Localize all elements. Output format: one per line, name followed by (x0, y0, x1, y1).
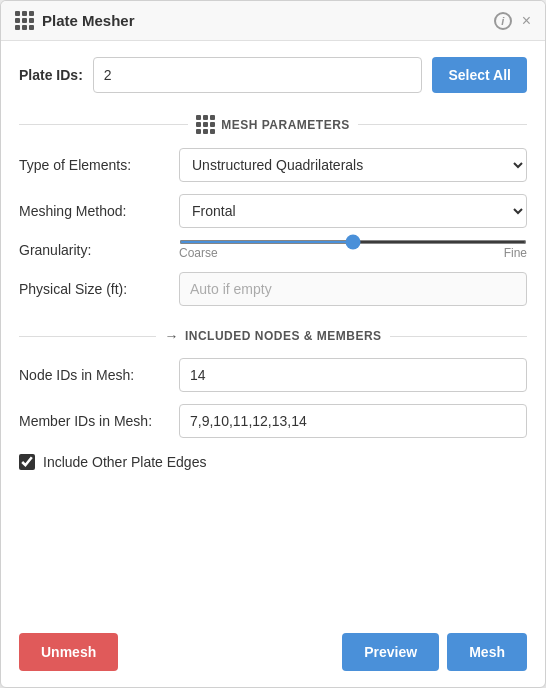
panel-header: Plate Mesher i × (1, 1, 545, 41)
coarse-label: Coarse (179, 246, 218, 260)
header-actions: i × (494, 12, 531, 30)
granularity-row: Granularity: Coarse Fine (19, 240, 527, 260)
action-row: Unmesh Preview Mesh (1, 623, 545, 687)
granularity-slider[interactable] (179, 240, 527, 244)
type-of-elements-control: Unstructured Quadrilaterals Unstructured… (179, 148, 527, 182)
type-of-elements-select[interactable]: Unstructured Quadrilaterals Unstructured… (179, 148, 527, 182)
plate-mesher-panel: Plate Mesher i × Plate IDs: Select All (0, 0, 546, 688)
divider-line-right (358, 124, 527, 125)
physical-size-label: Physical Size (ft): (19, 281, 179, 297)
title-text: Plate Mesher (42, 12, 135, 29)
node-ids-label: Node IDs in Mesh: (19, 367, 179, 383)
member-ids-row: Member IDs in Mesh: (19, 404, 527, 438)
physical-size-control (179, 272, 527, 306)
meshing-method-label: Meshing Method: (19, 203, 179, 219)
node-ids-row: Node IDs in Mesh: (19, 358, 527, 392)
divider-line-left2 (19, 336, 156, 337)
panel-body: Plate IDs: Select All MESH PARAMETERS Ty… (1, 41, 545, 623)
panel-title: Plate Mesher (15, 11, 135, 30)
meshing-method-control: Frontal Delaunay Paving (179, 194, 527, 228)
mesh-parameters-title: MESH PARAMETERS (196, 115, 350, 134)
mesh-grid-icon (196, 115, 215, 134)
included-nodes-divider: → INCLUDED NODES & MEMBERS (19, 328, 527, 344)
plate-ids-row: Plate IDs: Select All (19, 57, 527, 93)
mesh-button[interactable]: Mesh (447, 633, 527, 671)
btn-group: Preview Mesh (342, 633, 527, 671)
info-icon[interactable]: i (494, 12, 512, 30)
include-other-checkbox[interactable] (19, 454, 35, 470)
physical-size-row: Physical Size (ft): (19, 272, 527, 306)
preview-button[interactable]: Preview (342, 633, 439, 671)
close-icon[interactable]: × (522, 13, 531, 29)
divider-line-right2 (390, 336, 527, 337)
select-all-button[interactable]: Select All (432, 57, 527, 93)
included-nodes-title: → INCLUDED NODES & MEMBERS (164, 328, 381, 344)
type-of-elements-row: Type of Elements: Unstructured Quadrilat… (19, 148, 527, 182)
granularity-control: Coarse Fine (179, 240, 527, 260)
fine-label: Fine (504, 246, 527, 260)
grid-icon (15, 11, 34, 30)
divider-line-left (19, 124, 188, 125)
plate-ids-input[interactable] (93, 57, 423, 93)
member-ids-input[interactable] (179, 404, 527, 438)
granularity-label: Granularity: (19, 242, 179, 258)
include-other-label[interactable]: Include Other Plate Edges (43, 454, 206, 470)
type-of-elements-label: Type of Elements: (19, 157, 179, 173)
mesh-parameters-divider: MESH PARAMETERS (19, 115, 527, 134)
meshing-method-row: Meshing Method: Frontal Delaunay Paving (19, 194, 527, 228)
arrow-icon: → (164, 328, 179, 344)
physical-size-input[interactable] (179, 272, 527, 306)
plate-ids-label: Plate IDs: (19, 67, 83, 83)
node-ids-input[interactable] (179, 358, 527, 392)
meshing-method-select[interactable]: Frontal Delaunay Paving (179, 194, 527, 228)
slider-labels: Coarse Fine (179, 246, 527, 260)
member-ids-label: Member IDs in Mesh: (19, 413, 179, 429)
unmesh-button[interactable]: Unmesh (19, 633, 118, 671)
include-other-row: Include Other Plate Edges (19, 454, 527, 470)
